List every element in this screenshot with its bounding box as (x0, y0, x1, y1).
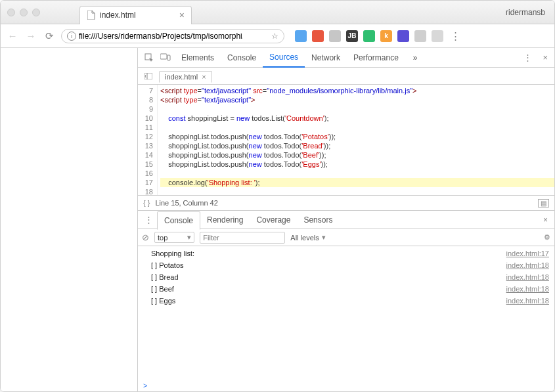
log-message: [ ] Beef (151, 284, 506, 294)
svg-rect-2 (167, 55, 170, 60)
console-prompt[interactable]: > (138, 380, 554, 391)
log-source-link[interactable]: index.html:18 (506, 295, 549, 306)
drawer-close-icon[interactable]: × (541, 215, 550, 225)
devtools-tab-elements[interactable]: Elements (175, 48, 221, 68)
log-levels-select[interactable]: All levels ▾ (290, 233, 325, 242)
sources-subbar: index.html × (138, 68, 554, 85)
console-log-row: [ ] Potatosindex.html:18 (138, 259, 554, 271)
devtools-tab-console[interactable]: Console (221, 48, 263, 68)
source-file-tab[interactable]: index.html × (159, 71, 212, 83)
drawer-tab-rendering[interactable]: Rendering (200, 211, 250, 229)
extension-icon-0[interactable] (295, 30, 307, 42)
more-tabs-icon[interactable]: » (407, 48, 424, 68)
forward-icon: → (24, 30, 37, 41)
svg-rect-1 (160, 54, 167, 59)
cursor-position: Line 15, Column 42 (155, 199, 217, 207)
pretty-print-icon[interactable]: { } (143, 199, 150, 207)
profile-name[interactable]: ridermansb (506, 8, 545, 17)
bookmark-star-icon[interactable]: ☆ (271, 32, 278, 41)
log-message: [ ] Eggs (151, 295, 506, 306)
close-file-icon[interactable]: × (202, 73, 206, 81)
code-editor[interactable]: 78910111213141516171819 <script type="te… (138, 85, 554, 195)
console-output[interactable]: Shopping list: index.html:17[ ] Potatosi… (138, 246, 554, 380)
log-message: [ ] Bread (151, 272, 506, 282)
extension-icon-7[interactable] (414, 30, 426, 42)
page-content (1, 48, 137, 391)
reload-icon[interactable]: ⟳ (43, 30, 56, 42)
device-toggle-icon[interactable] (158, 53, 173, 62)
extension-icon-1[interactable] (312, 30, 324, 42)
console-log-row: [ ] Eggsindex.html:18 (138, 295, 554, 307)
devtools-tab-performance[interactable]: Performance (347, 48, 405, 68)
svg-rect-3 (144, 73, 152, 79)
console-toolbar: ⊘ top ▾ All levels ▾ ⚙ (138, 229, 554, 246)
url-field[interactable]: i ☆ (61, 29, 284, 43)
clear-console-icon[interactable]: ⊘ (142, 232, 149, 242)
drawer-tab-coverage[interactable]: Coverage (250, 211, 297, 229)
minimize-window-icon[interactable] (20, 9, 28, 16)
extension-icon-4[interactable] (363, 30, 375, 42)
file-tab-label: index.html (165, 73, 198, 81)
console-filter-input[interactable] (200, 232, 285, 244)
context-value: top (158, 234, 167, 242)
maximize-window-icon[interactable] (32, 9, 40, 16)
devtools-panel: ElementsConsoleSourcesNetworkPerformance… (137, 48, 554, 391)
close-window-icon[interactable] (7, 9, 15, 16)
context-select[interactable]: top ▾ (154, 232, 194, 243)
traffic-lights (7, 9, 40, 16)
url-input[interactable] (79, 32, 243, 41)
address-bar: ← → ⟳ i ☆ JBk ⋮ (1, 24, 554, 48)
line-gutter: 78910111213141516171819 (138, 85, 158, 195)
log-source-link[interactable]: index.html:18 (506, 284, 549, 294)
back-icon: ← (6, 30, 19, 41)
prompt-chevron-icon: > (143, 381, 147, 389)
devtools-tab-network[interactable]: Network (305, 48, 347, 68)
inspect-icon[interactable] (142, 53, 156, 62)
devtools-tab-sources[interactable]: Sources (263, 48, 305, 68)
close-tab-icon[interactable]: × (179, 10, 185, 20)
tab-title: index.html (100, 11, 136, 20)
chevron-down-icon: ▾ (187, 233, 191, 242)
gear-icon[interactable]: ⚙ (544, 233, 550, 242)
devtools-menu-icon[interactable]: ⋮ (521, 53, 535, 62)
extension-icon-8[interactable] (432, 30, 443, 42)
log-source-link[interactable]: index.html:18 (506, 272, 549, 282)
console-log-row: [ ] Breadindex.html:18 (138, 271, 554, 283)
file-icon (87, 11, 96, 20)
drawer-menu-icon[interactable]: ⋮ (142, 215, 156, 225)
extension-icon-3[interactable]: JB (346, 30, 358, 42)
coverage-toggle-icon[interactable]: ▤ (538, 199, 549, 207)
log-message: Shopping list: (151, 248, 506, 259)
console-log-row: [ ] Beefindex.html:18 (138, 283, 554, 295)
extension-icon-2[interactable] (329, 30, 341, 42)
extension-icon-5[interactable]: k (380, 30, 392, 42)
console-log-row: Shopping list: index.html:17 (138, 248, 554, 259)
editor-status-bar: { } Line 15, Column 42 ▤ (138, 195, 554, 211)
browser-tab[interactable]: index.html × (79, 6, 192, 24)
code-content[interactable]: <script type="text/javascript" src="node… (158, 85, 554, 195)
extensions-row: JBk (295, 30, 443, 42)
log-source-link[interactable]: index.html:17 (506, 248, 549, 259)
drawer-tab-sensors[interactable]: Sensors (297, 211, 339, 229)
extension-icon-6[interactable] (397, 30, 409, 42)
chevron-down-icon: ▾ (322, 233, 326, 242)
drawer-tab-console[interactable]: Console (157, 211, 200, 230)
window-titlebar: index.html × ridermansb (1, 1, 554, 24)
devtools-tabs: ElementsConsoleSourcesNetworkPerformance… (138, 48, 554, 68)
log-message: [ ] Potatos (151, 260, 506, 271)
browser-menu-icon[interactable]: ⋮ (449, 30, 462, 42)
levels-label: All levels (290, 234, 319, 242)
log-source-link[interactable]: index.html:18 (506, 260, 549, 271)
main-area: ElementsConsoleSourcesNetworkPerformance… (1, 48, 554, 391)
devtools-close-icon[interactable]: × (540, 53, 550, 62)
show-navigator-icon[interactable] (142, 73, 155, 79)
info-icon[interactable]: i (67, 32, 76, 41)
drawer-tabs: ⋮ ConsoleRenderingCoverageSensors × (138, 211, 554, 229)
